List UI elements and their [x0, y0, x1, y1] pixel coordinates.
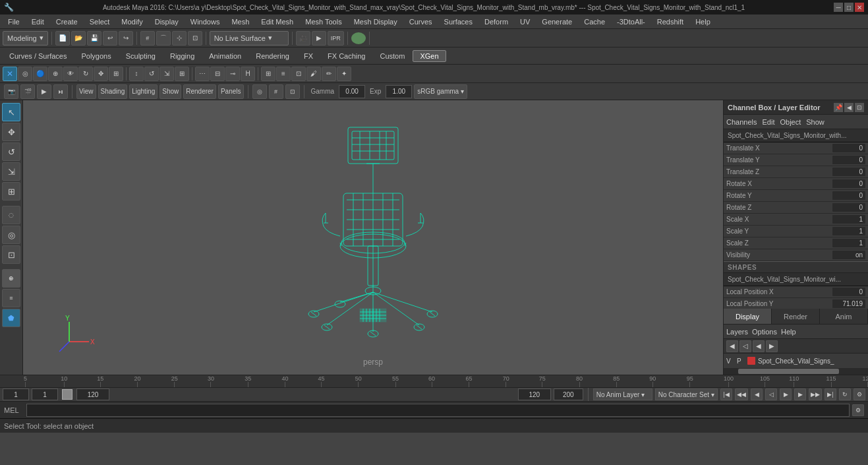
help-menu[interactable]: Help: [781, 328, 796, 336]
lighting-menu[interactable]: Lighting: [129, 84, 158, 99]
settings-button2[interactable]: ⚙: [854, 388, 865, 400]
rotate-icon2[interactable]: ↺: [144, 67, 159, 81]
display-layers-icon[interactable]: ≡: [276, 67, 291, 81]
next-frame-button[interactable]: ▶: [794, 388, 806, 400]
shading-menu[interactable]: Shading: [98, 84, 128, 99]
lasso-button[interactable]: ⊡: [2, 245, 20, 264]
color-mgr-button[interactable]: [351, 32, 366, 44]
soft-mod-button[interactable]: ◌: [2, 206, 20, 224]
module-btn-animation[interactable]: Animation: [202, 51, 248, 61]
gamma-input[interactable]: [339, 85, 365, 98]
mel-options-icon[interactable]: ⚙: [852, 404, 864, 416]
module-btn-fx[interactable]: FX: [297, 51, 320, 61]
timeline-ruler[interactable]: 5101520253035404550556065707580859095100…: [0, 375, 868, 388]
new-file-button[interactable]: 📄: [55, 31, 70, 46]
symmetry-icon[interactable]: ⊟: [210, 67, 225, 81]
menu-item-create[interactable]: Create: [51, 16, 83, 27]
layer-v-toggle[interactable]: V: [726, 357, 734, 365]
menu-item-file[interactable]: File: [3, 16, 25, 27]
menu-item-mesh-display[interactable]: Mesh Display: [349, 16, 403, 27]
object-button[interactable]: ≡: [2, 289, 20, 307]
panels-menu[interactable]: Panels: [218, 84, 244, 99]
prev-frame-button[interactable]: ◀: [751, 388, 763, 400]
module-btn-sculpting[interactable]: Sculpting: [119, 51, 162, 61]
module-btn-custom[interactable]: Custom: [374, 51, 412, 61]
layer-p-toggle[interactable]: P: [737, 357, 745, 365]
next-key-button[interactable]: ▶▶: [809, 388, 822, 400]
anim-layer-dropdown[interactable]: No Anim Layer ▾: [593, 388, 652, 400]
menu-item-mesh-tools[interactable]: Mesh Tools: [300, 16, 347, 27]
menu-item-modify[interactable]: Modify: [116, 16, 148, 27]
cb-channels-menu[interactable]: Channels: [726, 118, 757, 126]
grid-icon[interactable]: #: [269, 84, 283, 99]
scale-tool-button[interactable]: ⇲: [2, 162, 20, 181]
play-back-button[interactable]: ◁: [765, 388, 777, 400]
tumble-icon[interactable]: ↻: [78, 67, 93, 81]
lasso-icon[interactable]: ◎: [18, 67, 32, 81]
menu-item-deform[interactable]: Deform: [479, 16, 513, 27]
play-forward-button[interactable]: ▶: [780, 388, 792, 400]
module-btn-rigging[interactable]: Rigging: [163, 51, 201, 61]
history-icon[interactable]: H: [241, 67, 255, 81]
sculpt-icon[interactable]: 🖌: [306, 67, 321, 81]
end-frame-input[interactable]: [76, 388, 109, 400]
renderer-menu[interactable]: Renderer: [183, 84, 216, 99]
snap-point-button[interactable]: ⊹: [172, 31, 187, 46]
color-profile-dropdown[interactable]: sRGB gamma ▾: [414, 84, 467, 99]
cb-object-menu[interactable]: Object: [780, 118, 801, 126]
layer-color-swatch[interactable]: [747, 357, 755, 365]
play-icon[interactable]: ▶: [37, 84, 51, 99]
menu-item-cache[interactable]: Cache: [579, 16, 610, 27]
set-icon[interactable]: ✦: [337, 67, 351, 81]
layer-scrollbar[interactable]: [724, 368, 868, 375]
snap-surface-button[interactable]: ⊡: [188, 31, 202, 46]
universal-icon[interactable]: ⊞: [175, 67, 189, 81]
zoom-icon[interactable]: ⊞: [109, 67, 123, 81]
cb-edit-menu[interactable]: Edit: [762, 118, 774, 126]
start-frame-input[interactable]: [3, 388, 29, 400]
exposure-input[interactable]: [386, 85, 412, 98]
layer-back2-icon[interactable]: ◁: [739, 340, 751, 352]
menu-item-help[interactable]: Help: [690, 16, 716, 27]
redo-button[interactable]: ↪: [119, 31, 133, 46]
channel-list-scroll[interactable]: Translate X0Translate Y0Translate Z0Rota…: [724, 142, 868, 309]
open-button[interactable]: 📂: [71, 31, 86, 46]
menu-item-uv[interactable]: UV: [515, 16, 535, 27]
menu-item-display[interactable]: Display: [150, 16, 184, 27]
minimize-button[interactable]: ─: [834, 3, 843, 12]
fps-input[interactable]: [554, 388, 583, 400]
module-btn-rendering[interactable]: Rendering: [249, 51, 296, 61]
char-set-dropdown[interactable]: No Character Set ▾: [655, 388, 718, 400]
titlebar-controls[interactable]: ─ □ ✕: [834, 3, 864, 12]
render-button2[interactable]: ⬟: [2, 309, 20, 327]
cb-collapse-icon[interactable]: ◀: [844, 103, 854, 112]
menu-item-redshift[interactable]: Redshift: [652, 16, 689, 27]
layer-scroll-thumb[interactable]: [738, 369, 839, 374]
snap-grid-button[interactable]: #: [140, 31, 155, 46]
wireframe-icon[interactable]: ⊡: [285, 84, 300, 99]
playblast-icon[interactable]: ⏯: [53, 84, 68, 99]
track-icon[interactable]: 👁: [63, 67, 78, 81]
select-tool-button[interactable]: ↖: [2, 103, 20, 121]
cb-expand-icon[interactable]: ⊡: [855, 103, 864, 112]
go-end-button[interactable]: ▶|: [825, 388, 836, 400]
move-tool-button[interactable]: ✥: [2, 123, 20, 141]
snap-icon[interactable]: ⊕: [48, 67, 63, 81]
film-icon[interactable]: 🎬: [20, 84, 35, 99]
view-menu[interactable]: View: [76, 84, 96, 99]
soft-select-icon[interactable]: ⋯: [195, 67, 210, 81]
workspace-dropdown[interactable]: Modeling ▾: [3, 31, 48, 46]
camera-button[interactable]: 🎥: [296, 31, 310, 46]
menu-item-windows[interactable]: Windows: [185, 16, 225, 27]
save-button[interactable]: 💾: [87, 31, 101, 46]
current-frame-input[interactable]: [32, 388, 58, 400]
viewport[interactable]: X Y Z persp: [23, 100, 723, 375]
show-menu[interactable]: Show: [159, 84, 181, 99]
menu-item-generate[interactable]: Generate: [536, 16, 577, 27]
rotate-tool-button[interactable]: ↺: [2, 142, 20, 161]
render-layers-icon[interactable]: ⊞: [261, 67, 275, 81]
menu-item-select[interactable]: Select: [84, 16, 115, 27]
cb-show-menu[interactable]: Show: [806, 118, 825, 126]
prev-key-button[interactable]: ◀◀: [735, 388, 748, 400]
select-tool-icon[interactable]: ✕: [3, 67, 17, 81]
